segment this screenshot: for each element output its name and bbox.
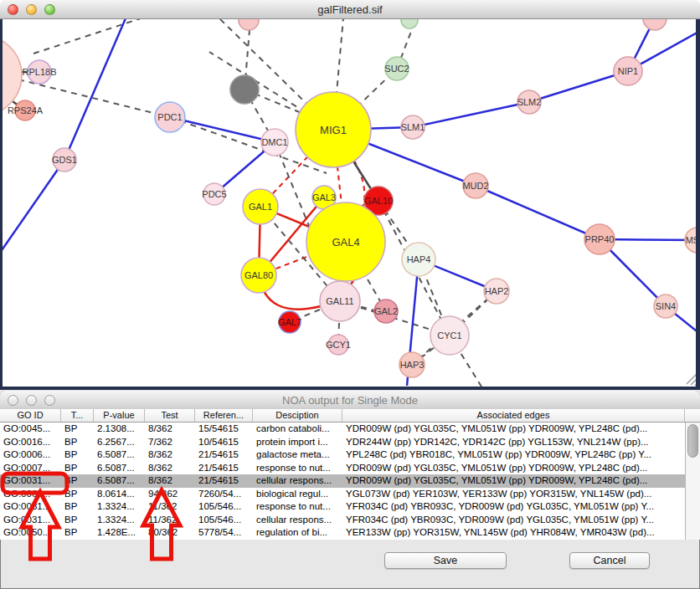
node-PDC5[interactable]: PDC5 (202, 183, 226, 205)
edge-blue[interactable] (64, 18, 126, 160)
node-label: GAL10 (364, 196, 393, 206)
network-window-title: galFiltered.sif (0, 3, 700, 16)
node-PRP40[interactable]: PRP40 (584, 224, 615, 254)
node-label: GAL2 (374, 306, 398, 316)
column-header-reference[interactable]: Referen... (195, 409, 253, 422)
cell-go_id: GO:0065... (0, 488, 61, 501)
table-row[interactable]: GO:0031...BP1.3324...11/362105/546...cel… (0, 514, 685, 527)
table-row[interactable]: GO:0031...BP1.3324...11/362105/546...res… (0, 500, 685, 514)
cell-description: cellular respons... (253, 514, 342, 527)
edge-blue[interactable] (413, 102, 529, 127)
cell-t: BP (61, 488, 94, 501)
node-gray-node[interactable] (230, 75, 259, 104)
node-top-node-2[interactable] (643, 18, 667, 30)
node-MIG1[interactable]: MIG1 (296, 92, 371, 167)
node-SIN4[interactable]: SIN4 (654, 294, 677, 318)
node-label: PDC1 (157, 112, 182, 122)
network-frame-bottom (0, 387, 700, 390)
table-row[interactable]: GO:0050...BP1.428E...80/3625778/54...reg… (0, 526, 685, 540)
cell-p_value: 1.428E... (94, 526, 145, 540)
node-NIP1[interactable]: NIP1 (614, 57, 642, 85)
cell-go_id: GO:0050... (0, 526, 61, 540)
edge-blue[interactable] (0, 160, 64, 253)
node-GCY1[interactable]: GCY1 (326, 335, 351, 355)
node-label: SLM1 (401, 122, 425, 132)
node-label: CYC1 (437, 330, 461, 341)
column-header-go_id[interactable]: GO ID (0, 409, 61, 422)
edge-blue[interactable] (476, 186, 600, 239)
table-row[interactable]: GO:0006...BP6.5087...8/36221/54615galact… (0, 448, 685, 462)
column-header-test[interactable]: Test (145, 409, 195, 422)
node-top-node-1[interactable] (239, 18, 259, 30)
edge-dash[interactable] (33, 18, 141, 54)
network-frame-left (0, 18, 3, 390)
cell-t: BP (61, 423, 94, 436)
node-label: MUD2 (462, 181, 488, 191)
node-GAL80[interactable]: GAL80 (241, 258, 276, 293)
cell-test: 8/362 (145, 448, 195, 462)
table-row[interactable]: GO:0045...BP2.1308...8/36215/54615carbon… (0, 423, 685, 436)
cell-test: 8/362 (145, 462, 195, 475)
node-label: SLM2 (517, 97, 542, 107)
noa-window: NOA output for Single Mode GO IDT...P-va… (0, 391, 700, 589)
table-row[interactable]: GO:0016...BP6.2567...7/36210/54615protei… (0, 436, 685, 449)
node-GAL4[interactable]: GAL4 (306, 202, 385, 281)
table-header[interactable]: GO IDT...P-valueTestReferen...Desciption… (0, 409, 700, 423)
node-HAP3[interactable]: HAP3 (399, 352, 425, 377)
cell-description: galactose meta... (253, 448, 342, 462)
node-HAP4[interactable]: HAP4 (402, 243, 435, 276)
node-DMC1[interactable]: DMC1 (261, 129, 288, 156)
cell-p_value: 6.2567... (94, 436, 145, 449)
column-header-t[interactable]: T... (61, 409, 94, 422)
cancel-button[interactable]: Cancel (569, 552, 650, 569)
node-label: GDS1 (52, 155, 77, 165)
edge-blue[interactable] (529, 71, 628, 102)
column-header-p_value[interactable]: P-value (94, 409, 145, 422)
table-row[interactable]: GO:0007...BP6.5087...8/36221/54615respon… (0, 462, 685, 475)
save-button[interactable]: Save (384, 552, 507, 569)
cell-t: BP (61, 500, 94, 514)
node-RPS24A[interactable]: RPS24A (8, 100, 44, 120)
node-RPL18B[interactable]: RPL18B (23, 60, 57, 84)
node-GAL11[interactable]: GAL11 (320, 281, 360, 321)
cell-t: BP (61, 448, 94, 462)
node-GAL7[interactable]: GAL7 (278, 311, 301, 333)
node-label: GAL1 (249, 202, 272, 212)
table-row[interactable]: GO:0031...BP6.5087...8/36221/54615cellul… (0, 474, 685, 488)
node-CYC1[interactable]: CYC1 (430, 316, 469, 355)
node-MUD2[interactable]: MUD2 (462, 173, 488, 198)
cell-edges: YDR244W (pp) YDR142C, YDR142C (pp) YGL15… (342, 436, 685, 449)
node-GAL2[interactable]: GAL2 (374, 300, 398, 323)
node-GAL1[interactable]: GAL1 (243, 189, 278, 224)
cell-p_value: 2.1308... (94, 423, 145, 436)
cell-test: 94/362 (145, 488, 195, 501)
cell-edges: YFR034C (pd) YBR093C, YDR009W (pd) YGL03… (342, 514, 685, 527)
network-canvas[interactable]: RPL18BRPS24AGDS1PDC1DMC1MIG1SUC2SLM1SLM2… (0, 18, 700, 387)
column-header-description[interactable]: Desciption (253, 409, 342, 422)
cell-p_value: 6.5087... (94, 474, 145, 488)
network-frame-right (696, 18, 700, 390)
node-HAP2[interactable]: HAP2 (484, 279, 509, 304)
node-PDC1[interactable]: PDC1 (155, 102, 185, 132)
node-label: SUC2 (384, 64, 409, 74)
node-top-node-3[interactable] (401, 18, 418, 28)
node-label: RPS24A (8, 105, 44, 115)
cell-description: cellular respons... (253, 474, 342, 488)
cell-reference: 15/54615 (195, 423, 253, 436)
table-body[interactable]: GO:0045...BP2.1308...8/36215/54615carbon… (0, 423, 685, 540)
node-SLM1[interactable]: SLM1 (401, 115, 425, 139)
scrollbar-thumb[interactable] (687, 424, 698, 458)
node-GDS1[interactable]: GDS1 (52, 148, 77, 172)
edge-blue[interactable] (170, 117, 275, 142)
vertical-scrollbar[interactable] (685, 423, 700, 540)
cell-description: response to nut... (253, 462, 342, 475)
node-SUC2[interactable]: SUC2 (384, 57, 409, 80)
node-SLM2[interactable]: SLM2 (517, 90, 542, 114)
table-row[interactable]: GO:0065...BP8.0614...94/3627260/54...bio… (0, 488, 685, 501)
column-header-edges[interactable]: Associated edges (342, 409, 685, 422)
cell-p_value: 6.5087... (94, 462, 145, 475)
node-label: GCY1 (326, 340, 351, 350)
cell-edges: YDR009W (pd) YGL035C, YML051W (pp) YDR00… (342, 423, 685, 436)
cell-reference: 21/54615 (195, 448, 253, 462)
cell-reference: 10/54615 (195, 436, 253, 449)
